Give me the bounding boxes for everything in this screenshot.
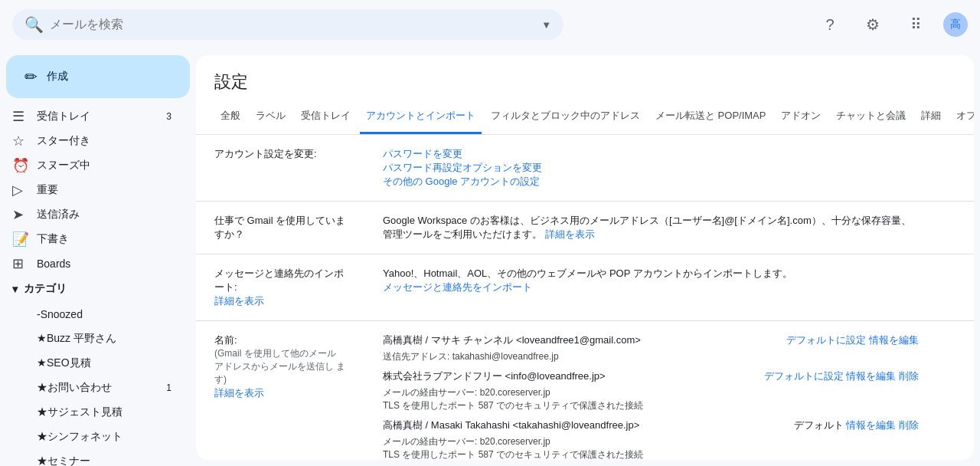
sidebar-item-label: ★シンフォネット bbox=[37, 430, 172, 444]
import-detail-link[interactable]: 詳細を表示 bbox=[214, 295, 264, 307]
name-action-cell bbox=[937, 321, 974, 461]
sidebar-item-boards[interactable]: ⊞ Boards bbox=[0, 251, 184, 276]
name-detail-link[interactable]: 詳細を表示 bbox=[214, 387, 264, 399]
search-dropdown-icon[interactable]: ▼ bbox=[541, 19, 551, 31]
account-3-info: 高橋真樹 / Masaki Takahashi <takahashi@lovea… bbox=[383, 418, 643, 460]
sidebar-item-label: 受信トレイ bbox=[37, 110, 166, 123]
sidebar-item-inbox[interactable]: ☰ 受信トレイ 3 bbox=[0, 104, 184, 129]
tab-advanced[interactable]: 詳細 bbox=[915, 100, 947, 134]
sidebar-item-drafts[interactable]: 📝 下書き bbox=[0, 227, 184, 251]
account-3-edit[interactable]: 情報を編集 bbox=[846, 419, 896, 431]
google-account-link[interactable]: その他の Google アカウントの設定 bbox=[383, 176, 540, 187]
inbox-icon: ☰ bbox=[12, 108, 28, 125]
settings-content: 設定 全般 ラベル 受信トレイ アカウントとインポート フィルタとブロック中のア… bbox=[196, 55, 974, 460]
compose-label: 作成 bbox=[47, 70, 68, 84]
help-icon[interactable]: ? bbox=[815, 9, 845, 40]
account-3-delete[interactable]: 削除 bbox=[899, 419, 919, 431]
sent-icon: ➤ bbox=[12, 206, 28, 223]
account-2-delete[interactable]: 削除 bbox=[899, 370, 919, 382]
name-row: 名前: (Gmail を使用して他のメール アドレスからメールを送信し ます) … bbox=[196, 321, 974, 461]
tab-general[interactable]: 全般 bbox=[214, 100, 247, 134]
change-password-link[interactable]: パスワードを変更 bbox=[383, 148, 462, 159]
sidebar-item-seo[interactable]: ★SEO見積 bbox=[0, 351, 184, 376]
topbar-right: ? ⚙ ⠿ 高 bbox=[815, 9, 968, 40]
sidebar-item-inquiry[interactable]: ★お問い合わせ 1 bbox=[0, 376, 184, 400]
tab-offline[interactable]: オフライン bbox=[950, 100, 974, 134]
name-label-text: 名前: bbox=[214, 334, 237, 346]
name-sub-label: (Gmail を使用して他のメール アドレスからメールを送信し ます) bbox=[214, 348, 345, 385]
tab-chat[interactable]: チャットと会議 bbox=[830, 100, 912, 134]
account-2-setdefault[interactable]: デフォルトに設定 bbox=[764, 370, 844, 382]
sidebar-item-label: ★Buzz 平野さん bbox=[37, 332, 172, 346]
workspace-row: 仕事で Gmail を使用していますか？ Google Workspace のお… bbox=[196, 202, 974, 254]
apps-icon[interactable]: ⠿ bbox=[900, 9, 931, 40]
account-3-name: 高橋真樹 / Masaki Takahashi <takahashi@lovea… bbox=[383, 418, 643, 432]
sidebar-item-sent[interactable]: ➤ 送信済み bbox=[0, 202, 184, 227]
tab-filters[interactable]: フィルタとブロック中のアドレス bbox=[485, 100, 646, 134]
account-3-default: デフォルト bbox=[794, 419, 844, 431]
account-1-info: 高橋真樹 / マサキ チャンネル <loveandfree1@gmail.com… bbox=[383, 333, 641, 363]
tab-labels[interactable]: ラベル bbox=[250, 100, 292, 134]
name-value: 高橋真樹 / マサキ チャンネル <loveandfree1@gmail.com… bbox=[364, 321, 937, 461]
sidebar-item-snoozed[interactable]: ⏰ スヌーズ中 bbox=[0, 153, 184, 178]
sidebar-item-label: 送信済み bbox=[37, 208, 172, 222]
avatar[interactable]: 高 bbox=[943, 12, 968, 37]
tab-inbox[interactable]: 受信トレイ bbox=[295, 100, 357, 134]
account-2-server: メールの経由サーバー: b20.coreserver.jp bbox=[383, 386, 643, 399]
account-1-name: 高橋真樹 / マサキ チャンネル <loveandfree1@gmail.com… bbox=[383, 333, 641, 347]
sidebar-item-suggest[interactable]: ★サジェスト見積 bbox=[0, 400, 184, 425]
account-1-setdefault[interactable]: デフォルトに設定 bbox=[786, 334, 866, 346]
tab-addons[interactable]: アドオン bbox=[775, 100, 827, 134]
workspace-label: 仕事で Gmail を使用していますか？ bbox=[196, 202, 364, 254]
settings-tabs: 全般 ラベル 受信トレイ アカウントとインポート フィルタとブロック中のアドレス… bbox=[196, 100, 974, 135]
inquiry-badge: 1 bbox=[166, 382, 172, 393]
sidebar-item-buzz[interactable]: ★Buzz 平野さん bbox=[0, 327, 184, 351]
sidebar-item-synfo[interactable]: ★シンフォネット bbox=[0, 425, 184, 449]
sidebar-item-label: ★サジェスト見積 bbox=[37, 405, 172, 419]
categories-label: カテゴリ bbox=[24, 282, 67, 296]
tab-accounts[interactable]: アカウントとインポート bbox=[360, 100, 482, 134]
sidebar-item-starred[interactable]: ☆ スター付き bbox=[0, 129, 184, 153]
sidebar-item-label: 重要 bbox=[37, 183, 172, 197]
account-settings-action bbox=[937, 135, 974, 202]
import-value: Yahoo!、Hotmail、AOL、その他のウェブメールや POP アカウント… bbox=[364, 254, 937, 321]
compose-button[interactable]: ✏ 作成 bbox=[6, 55, 190, 98]
boards-icon: ⊞ bbox=[12, 255, 28, 272]
sidebar-item-label: ★お問い合わせ bbox=[37, 381, 166, 395]
workspace-text: Google Workspace のお客様は、ビジネス用のメールアドレス（[ユー… bbox=[383, 215, 911, 240]
tab-forwarding[interactable]: メール転送と POP/IMAP bbox=[649, 100, 772, 134]
categories-section[interactable]: ▾ カテゴリ bbox=[0, 276, 196, 302]
account-settings-value: パスワードを変更 パスワード再設定オプションを変更 その他の Google アカ… bbox=[364, 135, 937, 202]
account-1-edit[interactable]: 情報を編集 bbox=[869, 334, 919, 346]
sidebar-item-label: スター付き bbox=[37, 134, 172, 148]
import-action-link[interactable]: メッセージと連絡先をインポート bbox=[383, 281, 532, 293]
import-label: メッセージと連絡先のインポート: 詳細を表示 bbox=[196, 254, 364, 321]
account-1-sub: 送信先アドレス: takahashi@loveandfree.jp bbox=[383, 350, 641, 363]
workspace-detail-link[interactable]: 詳細を表示 bbox=[545, 228, 595, 240]
sidebar-item-label: ★SEO見積 bbox=[37, 356, 172, 370]
page-title: 設定 bbox=[196, 55, 974, 100]
inbox-badge: 3 bbox=[166, 111, 172, 122]
topbar: 🔍 ▼ ? ⚙ ⠿ 高 bbox=[0, 0, 980, 49]
workspace-value: Google Workspace のお客様は、ビジネス用のメールアドレス（[ユー… bbox=[364, 202, 937, 254]
sidebar-item-label: Boards bbox=[37, 258, 172, 270]
drafts-icon: 📝 bbox=[12, 231, 28, 248]
sidebar-item-important[interactable]: ▷ 重要 bbox=[0, 178, 184, 202]
import-text: Yahoo!、Hotmail、AOL、その他のウェブメールや POP アカウント… bbox=[383, 267, 919, 281]
name-label: 名前: (Gmail を使用して他のメール アドレスからメールを送信し ます) … bbox=[196, 321, 364, 461]
search-bar[interactable]: 🔍 ▼ bbox=[12, 9, 564, 40]
sidebar-item-snoozed2[interactable]: -Snoozed bbox=[0, 302, 184, 327]
sidebar-item-seminar[interactable]: ★セミナー bbox=[0, 449, 184, 466]
sidebar: ✏ 作成 ☰ 受信トレイ 3 ☆ スター付き ⏰ スヌーズ中 ▷ 重要 ➤ 送信… bbox=[0, 49, 196, 466]
account-3-actions: デフォルト 情報を編集 削除 bbox=[782, 418, 919, 432]
account-2-edit[interactable]: 情報を編集 bbox=[846, 370, 896, 382]
change-recovery-link[interactable]: パスワード再設定オプションを変更 bbox=[383, 162, 542, 173]
settings-icon[interactable]: ⚙ bbox=[858, 9, 888, 40]
account-2-tls: TLS を使用したポート 587 でのセキュリティで保護された接続 bbox=[383, 399, 643, 412]
account-2-info: 株式会社ラブアンドフリー <info@loveandfree.jp> メールの経… bbox=[383, 369, 643, 412]
search-input[interactable] bbox=[50, 18, 535, 31]
chevron-icon: ▾ bbox=[12, 283, 18, 295]
import-action bbox=[937, 254, 974, 321]
snoozed-icon: ⏰ bbox=[12, 157, 28, 174]
search-icon: 🔍 bbox=[24, 15, 44, 34]
